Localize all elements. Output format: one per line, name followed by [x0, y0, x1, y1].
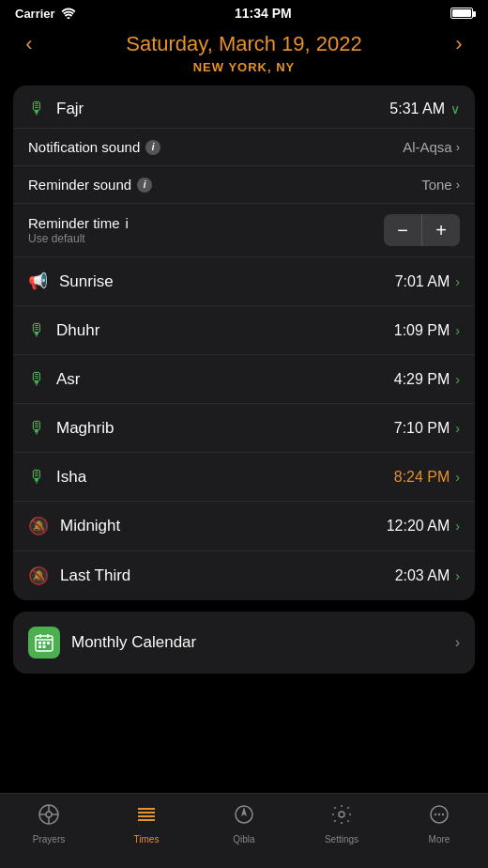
reminder-sound-row[interactable]: Reminder sound i Tone ›: [13, 166, 475, 204]
lastthird-name: Last Third: [60, 566, 130, 585]
sunrise-name: Sunrise: [59, 272, 114, 291]
svg-rect-8: [38, 645, 41, 648]
qibla-svg: [233, 803, 255, 826]
carrier-text: Carrier: [15, 7, 55, 21]
calendar-icon: [28, 627, 60, 659]
prayers-svg: [38, 803, 60, 826]
prayer-list-card: 🎙 Fajr 5:31 AM ∨ Notification sound i Al…: [13, 85, 475, 600]
tab-settings[interactable]: Settings: [293, 803, 390, 845]
tab-qibla[interactable]: Qibla: [195, 803, 293, 845]
midnight-name: Midnight: [60, 517, 120, 535]
more-tab-label: More: [429, 834, 450, 845]
svg-rect-5: [38, 642, 41, 644]
prayers-icon: [38, 803, 60, 831]
maghrib-mic-icon: 🎙: [28, 418, 45, 438]
date-header: ‹ Saturday, March 19, 2022 ›: [0, 26, 488, 60]
prayer-row-fajr[interactable]: 🎙 Fajr 5:31 AM ∨: [13, 85, 475, 129]
midnight-chevron-icon: ›: [455, 519, 460, 534]
monthly-calendar-label: Monthly Calendar: [71, 633, 196, 652]
reminder-time-label: Reminder time: [28, 215, 120, 231]
midnight-bell-off-icon: 🔕: [28, 516, 49, 536]
maghrib-chevron-icon: ›: [455, 421, 460, 436]
prayer-row-isha[interactable]: 🎙 Isha 8:24 PM ›: [13, 453, 475, 502]
svg-rect-6: [43, 642, 46, 644]
more-icon: [428, 803, 450, 831]
settings-svg: [330, 803, 353, 826]
reminder-sound-label: Reminder sound: [28, 177, 131, 193]
maghrib-time: 7:10 PM: [394, 420, 450, 437]
sunrise-time: 7:01 AM: [395, 273, 450, 290]
prev-date-button[interactable]: ‹: [15, 32, 43, 56]
sunrise-chevron-icon: ›: [455, 274, 460, 289]
more-svg: [428, 803, 450, 826]
svg-point-24: [435, 814, 436, 815]
tab-bar: Prayers Times Qibla Set: [0, 793, 488, 868]
settings-icon: [330, 803, 353, 831]
reminder-sound-value: Tone: [421, 177, 452, 193]
stepper-plus-button[interactable]: +: [422, 214, 460, 246]
prayer-row-midnight[interactable]: 🔕 Midnight 12:20 AM ›: [13, 502, 475, 551]
notification-sound-value: Al-Aqsa: [403, 139, 452, 155]
reminder-time-info-icon[interactable]: i: [126, 215, 129, 231]
svg-rect-9: [43, 645, 46, 648]
prayer-row-lastthird[interactable]: 🔕 Last Third 2:03 AM ›: [13, 551, 475, 600]
isha-chevron-icon: ›: [455, 470, 460, 485]
isha-mic-icon: 🎙: [28, 467, 45, 487]
reminder-sound-chevron: ›: [456, 178, 460, 192]
fajr-mic-icon: 🎙: [28, 99, 45, 118]
asr-name: Asr: [56, 370, 81, 389]
stepper-minus-button[interactable]: −: [384, 214, 421, 246]
wifi-icon: [61, 8, 76, 19]
monthly-calendar-chevron: ›: [455, 634, 460, 651]
lastthird-time: 2:03 AM: [395, 567, 450, 584]
fajr-chevron-icon: ∨: [450, 101, 460, 116]
notification-sound-label: Notification sound: [28, 139, 140, 155]
asr-time: 4:29 PM: [394, 371, 450, 388]
notification-sound-info-icon[interactable]: i: [145, 140, 160, 155]
prayer-row-maghrib[interactable]: 🎙 Maghrib 7:10 PM ›: [13, 404, 475, 453]
isha-time: 8:24 PM: [394, 469, 450, 486]
reminder-sound-info-icon[interactable]: i: [137, 178, 152, 193]
dhuhr-chevron-icon: ›: [455, 323, 460, 338]
asr-mic-icon: 🎙: [28, 369, 45, 389]
svg-rect-7: [47, 642, 50, 644]
location-label[interactable]: NEW YORK, NY: [0, 60, 488, 74]
prayers-tab-label: Prayers: [33, 834, 65, 845]
notification-sound-chevron: ›: [456, 140, 460, 154]
current-date: Saturday, March 19, 2022: [43, 32, 445, 56]
battery-icon: [450, 8, 473, 19]
prayer-row-sunrise[interactable]: 📢 Sunrise 7:01 AM ›: [13, 257, 475, 306]
settings-tab-label: Settings: [325, 834, 358, 845]
qibla-tab-label: Qibla: [233, 834, 254, 845]
qibla-icon: [233, 803, 255, 831]
reminder-time-stepper: − +: [384, 214, 460, 246]
dhuhr-mic-icon: 🎙: [28, 320, 45, 340]
battery-area: [450, 8, 473, 19]
midnight-time: 12:20 AM: [387, 518, 450, 535]
notification-sound-row[interactable]: Notification sound i Al-Aqsa ›: [13, 129, 475, 166]
lastthird-bell-off-icon: 🔕: [28, 566, 49, 586]
lastthird-chevron-icon: ›: [455, 568, 460, 583]
reminder-time-sublabel: Use default: [28, 232, 129, 245]
status-time: 11:34 PM: [235, 6, 292, 21]
next-date-button[interactable]: ›: [445, 32, 473, 56]
maghrib-name: Maghrib: [56, 419, 114, 438]
svg-point-11: [46, 812, 52, 817]
prayer-row-asr[interactable]: 🎙 Asr 4:29 PM ›: [13, 355, 475, 404]
svg-marker-21: [241, 807, 247, 816]
tab-times[interactable]: Times: [98, 803, 195, 845]
sunrise-speaker-icon: 📢: [28, 271, 48, 291]
times-tab-label: Times: [134, 834, 160, 845]
svg-point-0: [67, 17, 69, 19]
isha-name: Isha: [56, 468, 86, 487]
asr-chevron-icon: ›: [455, 372, 460, 387]
fajr-time: 5:31 AM: [389, 101, 445, 117]
tab-prayers[interactable]: Prayers: [0, 803, 98, 845]
dhuhr-name: Dhuhr: [56, 321, 99, 340]
status-bar: Carrier 11:34 PM: [0, 0, 488, 26]
fajr-name: Fajr: [56, 100, 84, 118]
tab-more[interactable]: More: [390, 803, 488, 845]
monthly-calendar-card[interactable]: Monthly Calendar ›: [13, 612, 475, 674]
times-svg: [135, 803, 158, 826]
prayer-row-dhuhr[interactable]: 🎙 Dhuhr 1:09 PM ›: [13, 306, 475, 355]
